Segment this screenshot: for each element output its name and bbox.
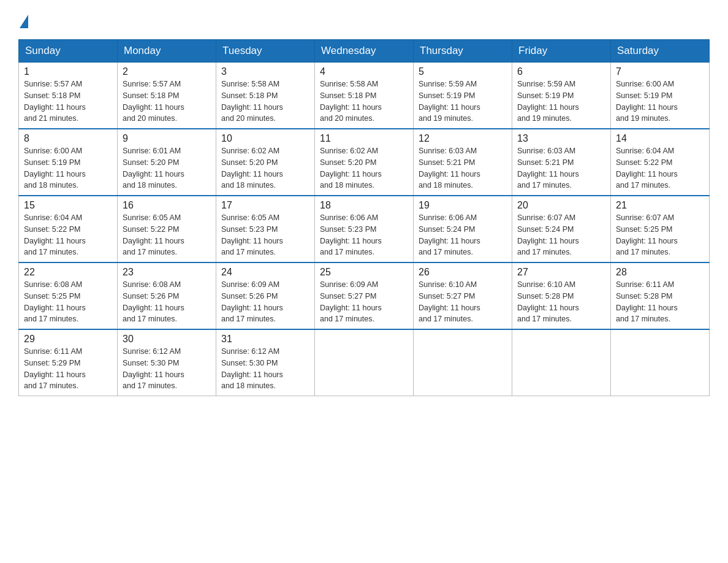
day-info: Sunrise: 5:57 AM Sunset: 5:18 PM Dayligh…: [24, 80, 86, 123]
calendar-cell: 4 Sunrise: 5:58 AM Sunset: 5:18 PM Dayli…: [315, 63, 414, 129]
day-number: 30: [123, 334, 211, 345]
week-row-3: 15 Sunrise: 6:04 AM Sunset: 5:22 PM Dayl…: [19, 196, 710, 262]
calendar-cell: 25 Sunrise: 6:09 AM Sunset: 5:27 PM Dayl…: [315, 262, 414, 329]
day-number: 18: [320, 200, 408, 211]
day-number: 22: [24, 267, 112, 278]
day-number: 12: [419, 133, 507, 144]
calendar-cell: 31 Sunrise: 6:12 AM Sunset: 5:30 PM Dayl…: [216, 329, 315, 396]
day-number: 29: [24, 334, 112, 345]
calendar-cell: 28 Sunrise: 6:11 AM Sunset: 5:28 PM Dayl…: [611, 262, 710, 329]
calendar-cell: [512, 329, 611, 396]
day-info: Sunrise: 6:02 AM Sunset: 5:20 PM Dayligh…: [221, 147, 283, 190]
day-number: 16: [123, 200, 211, 211]
calendar-cell: 23 Sunrise: 6:08 AM Sunset: 5:26 PM Dayl…: [118, 262, 216, 329]
day-number: 5: [419, 66, 507, 77]
weekday-header-saturday: Saturday: [611, 40, 710, 63]
day-number: 1: [24, 66, 112, 77]
calendar-cell: 12 Sunrise: 6:03 AM Sunset: 5:21 PM Dayl…: [414, 129, 512, 196]
day-number: 17: [221, 200, 309, 211]
calendar-cell: 3 Sunrise: 5:58 AM Sunset: 5:18 PM Dayli…: [216, 63, 315, 129]
day-info: Sunrise: 6:03 AM Sunset: 5:21 PM Dayligh…: [419, 147, 480, 190]
calendar-cell: 29 Sunrise: 6:11 AM Sunset: 5:29 PM Dayl…: [19, 329, 118, 396]
calendar-cell: [315, 329, 414, 396]
day-number: 9: [123, 133, 211, 144]
calendar-cell: 8 Sunrise: 6:00 AM Sunset: 5:19 PM Dayli…: [19, 129, 118, 196]
day-info: Sunrise: 6:00 AM Sunset: 5:19 PM Dayligh…: [24, 147, 86, 190]
calendar-cell: 26 Sunrise: 6:10 AM Sunset: 5:27 PM Dayl…: [414, 262, 512, 329]
day-info: Sunrise: 6:10 AM Sunset: 5:27 PM Dayligh…: [419, 280, 480, 323]
calendar-cell: [611, 329, 710, 396]
calendar-cell: 30 Sunrise: 6:12 AM Sunset: 5:30 PM Dayl…: [118, 329, 216, 396]
logo: [18, 17, 28, 28]
day-info: Sunrise: 6:11 AM Sunset: 5:28 PM Dayligh…: [616, 280, 678, 323]
calendar-cell: [414, 329, 512, 396]
weekday-header-sunday: Sunday: [19, 40, 118, 63]
calendar-cell: 17 Sunrise: 6:05 AM Sunset: 5:23 PM Dayl…: [216, 196, 315, 262]
day-info: Sunrise: 6:04 AM Sunset: 5:22 PM Dayligh…: [616, 147, 678, 190]
weekday-header-wednesday: Wednesday: [315, 40, 414, 63]
day-number: 26: [419, 267, 507, 278]
calendar-cell: 13 Sunrise: 6:03 AM Sunset: 5:21 PM Dayl…: [512, 129, 611, 196]
day-number: 25: [320, 267, 408, 278]
calendar-cell: 10 Sunrise: 6:02 AM Sunset: 5:20 PM Dayl…: [216, 129, 315, 196]
day-info: Sunrise: 6:03 AM Sunset: 5:21 PM Dayligh…: [517, 147, 579, 190]
calendar-table: SundayMondayTuesdayWednesdayThursdayFrid…: [18, 39, 710, 396]
calendar-cell: 24 Sunrise: 6:09 AM Sunset: 5:26 PM Dayl…: [216, 262, 315, 329]
calendar-cell: 21 Sunrise: 6:07 AM Sunset: 5:25 PM Dayl…: [611, 196, 710, 262]
day-info: Sunrise: 6:10 AM Sunset: 5:28 PM Dayligh…: [517, 280, 579, 323]
calendar-body: 1 Sunrise: 5:57 AM Sunset: 5:18 PM Dayli…: [19, 63, 710, 396]
calendar-cell: 18 Sunrise: 6:06 AM Sunset: 5:23 PM Dayl…: [315, 196, 414, 262]
calendar-cell: 7 Sunrise: 6:00 AM Sunset: 5:19 PM Dayli…: [611, 63, 710, 129]
weekday-header-tuesday: Tuesday: [216, 40, 315, 63]
calendar-cell: 19 Sunrise: 6:06 AM Sunset: 5:24 PM Dayl…: [414, 196, 512, 262]
day-info: Sunrise: 6:09 AM Sunset: 5:27 PM Dayligh…: [320, 280, 382, 323]
day-info: Sunrise: 5:57 AM Sunset: 5:18 PM Dayligh…: [123, 80, 184, 123]
weekday-header-thursday: Thursday: [414, 40, 512, 63]
day-info: Sunrise: 6:00 AM Sunset: 5:19 PM Dayligh…: [616, 80, 678, 123]
day-info: Sunrise: 5:58 AM Sunset: 5:18 PM Dayligh…: [320, 80, 382, 123]
day-info: Sunrise: 5:59 AM Sunset: 5:19 PM Dayligh…: [517, 80, 579, 123]
weekday-header-monday: Monday: [118, 40, 216, 63]
page-header: [18, 12, 710, 28]
calendar-cell: 27 Sunrise: 6:10 AM Sunset: 5:28 PM Dayl…: [512, 262, 611, 329]
calendar-cell: 16 Sunrise: 6:05 AM Sunset: 5:22 PM Dayl…: [118, 196, 216, 262]
day-number: 21: [616, 200, 704, 211]
logo-triangle-icon: [20, 15, 28, 28]
day-number: 4: [320, 66, 408, 77]
calendar-header: SundayMondayTuesdayWednesdayThursdayFrid…: [19, 40, 710, 63]
day-info: Sunrise: 6:12 AM Sunset: 5:30 PM Dayligh…: [221, 347, 283, 390]
day-number: 7: [616, 66, 704, 77]
day-number: 2: [123, 66, 211, 77]
day-info: Sunrise: 6:05 AM Sunset: 5:22 PM Dayligh…: [123, 213, 184, 256]
calendar-cell: 11 Sunrise: 6:02 AM Sunset: 5:20 PM Dayl…: [315, 129, 414, 196]
day-number: 11: [320, 133, 408, 144]
day-number: 19: [419, 200, 507, 211]
week-row-1: 1 Sunrise: 5:57 AM Sunset: 5:18 PM Dayli…: [19, 63, 710, 129]
day-info: Sunrise: 6:01 AM Sunset: 5:20 PM Dayligh…: [123, 147, 184, 190]
day-info: Sunrise: 6:04 AM Sunset: 5:22 PM Dayligh…: [24, 213, 86, 256]
day-info: Sunrise: 6:05 AM Sunset: 5:23 PM Dayligh…: [221, 213, 283, 256]
calendar-cell: 1 Sunrise: 5:57 AM Sunset: 5:18 PM Dayli…: [19, 63, 118, 129]
day-number: 20: [517, 200, 605, 211]
calendar-cell: 6 Sunrise: 5:59 AM Sunset: 5:19 PM Dayli…: [512, 63, 611, 129]
day-number: 14: [616, 133, 704, 144]
week-row-5: 29 Sunrise: 6:11 AM Sunset: 5:29 PM Dayl…: [19, 329, 710, 396]
day-number: 24: [221, 267, 309, 278]
day-number: 8: [24, 133, 112, 144]
day-number: 3: [221, 66, 309, 77]
day-info: Sunrise: 5:58 AM Sunset: 5:18 PM Dayligh…: [221, 80, 283, 123]
day-info: Sunrise: 6:08 AM Sunset: 5:26 PM Dayligh…: [123, 280, 184, 323]
day-info: Sunrise: 6:11 AM Sunset: 5:29 PM Dayligh…: [24, 347, 86, 390]
calendar-cell: 5 Sunrise: 5:59 AM Sunset: 5:19 PM Dayli…: [414, 63, 512, 129]
day-info: Sunrise: 6:08 AM Sunset: 5:25 PM Dayligh…: [24, 280, 86, 323]
day-info: Sunrise: 5:59 AM Sunset: 5:19 PM Dayligh…: [419, 80, 480, 123]
calendar-cell: 2 Sunrise: 5:57 AM Sunset: 5:18 PM Dayli…: [118, 63, 216, 129]
day-info: Sunrise: 6:12 AM Sunset: 5:30 PM Dayligh…: [123, 347, 184, 390]
weekday-header-friday: Friday: [512, 40, 611, 63]
calendar-cell: 14 Sunrise: 6:04 AM Sunset: 5:22 PM Dayl…: [611, 129, 710, 196]
day-number: 23: [123, 267, 211, 278]
week-row-2: 8 Sunrise: 6:00 AM Sunset: 5:19 PM Dayli…: [19, 129, 710, 196]
day-number: 15: [24, 200, 112, 211]
day-number: 10: [221, 133, 309, 144]
week-row-4: 22 Sunrise: 6:08 AM Sunset: 5:25 PM Dayl…: [19, 262, 710, 329]
